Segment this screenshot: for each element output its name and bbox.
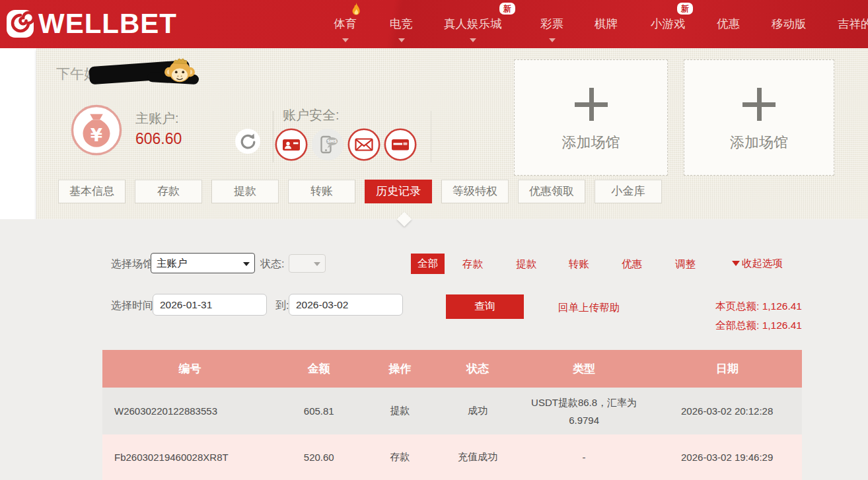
search-button[interactable]: 查询 bbox=[446, 294, 524, 319]
new-badge: 新 bbox=[677, 3, 693, 15]
receipt-upload-help-link[interactable]: 回单上传帮助 bbox=[558, 301, 620, 315]
date-to-input[interactable] bbox=[289, 294, 403, 316]
main-account-balance: 606.60 bbox=[135, 130, 182, 148]
nav-item-mini-games[interactable]: 小游戏 新 bbox=[651, 16, 686, 36]
plus-icon bbox=[575, 88, 608, 121]
type-filter-deposit[interactable]: 存款 bbox=[462, 257, 483, 271]
transactions-table: 编号 金额 操作 状态 类型 日期 W26030220122883553 605… bbox=[102, 350, 802, 480]
to-label: 到: bbox=[275, 299, 289, 313]
history-content: 选择场馆: 主账户 状态: 全部 存款 提款 转账 优惠 调整 收起选项 选择时… bbox=[0, 219, 868, 480]
cell-type: - bbox=[516, 434, 653, 480]
divider bbox=[273, 111, 273, 162]
add-venue-label: 添加场馆 bbox=[515, 133, 667, 153]
col-header-status: 状态 bbox=[439, 350, 515, 388]
status-label: 状态: bbox=[260, 257, 284, 271]
nav-item-mobile[interactable]: 移动版 bbox=[772, 16, 807, 36]
col-header-date: 日期 bbox=[652, 350, 802, 388]
all-total: 全部总额: 1,126.41 bbox=[715, 316, 802, 335]
plus-icon bbox=[742, 88, 776, 121]
status-select[interactable] bbox=[289, 254, 326, 273]
flame-icon bbox=[351, 2, 362, 17]
collapse-options-link[interactable]: 收起选项 bbox=[732, 257, 783, 271]
time-label: 选择时间: bbox=[111, 299, 156, 313]
page: WELLBET 体育 电竞 真人娱乐城 新 彩票 棋牌 小游戏 bbox=[0, 0, 868, 480]
logo-swirl-icon bbox=[5, 7, 37, 41]
type-filter-adjust[interactable]: 调整 bbox=[675, 257, 696, 271]
tab-history[interactable]: 历史记录 bbox=[365, 180, 432, 203]
col-header-amount: 金额 bbox=[277, 350, 361, 388]
money-bag-icon: ¥ bbox=[71, 104, 122, 156]
type-filter-all[interactable]: 全部 bbox=[411, 254, 445, 274]
main-account-label: 主账户: bbox=[135, 110, 179, 127]
type-filter-transfer[interactable]: 转账 bbox=[569, 257, 589, 271]
add-venue-label: 添加场馆 bbox=[684, 133, 834, 153]
monkey-avatar bbox=[164, 55, 196, 85]
caret-down-icon bbox=[470, 38, 476, 42]
tab-vip-privileges[interactable]: 等级特权 bbox=[441, 180, 509, 203]
mail-icon[interactable] bbox=[347, 128, 380, 161]
type-filter-withdraw[interactable]: 提款 bbox=[516, 257, 536, 271]
nav-item-promotions[interactable]: 优惠 bbox=[717, 16, 740, 36]
cell-status: 充值成功 bbox=[439, 434, 515, 480]
page-total: 本页总额: 1,126.41 bbox=[715, 296, 802, 316]
nav-item-jixiang[interactable]: 吉祥的 bbox=[838, 16, 868, 36]
caret-down-icon bbox=[342, 38, 349, 42]
tab-deposit[interactable]: 存款 bbox=[135, 180, 202, 203]
nav-item-live-casino[interactable]: 真人娱乐城 新 bbox=[444, 16, 502, 36]
cell-status: 成功 bbox=[439, 388, 515, 434]
cell-amount: 520.60 bbox=[277, 434, 361, 480]
venue-select[interactable]: 主账户 bbox=[151, 253, 255, 273]
cell-id: W26030220122883553 bbox=[102, 388, 277, 434]
logo-text: WELLBET bbox=[38, 7, 177, 41]
account-panel: 下午好, ¥ 主账户: 606.60 账户安全: bbox=[36, 48, 868, 219]
add-venue-button[interactable]: 添加场馆 bbox=[514, 59, 668, 176]
nav-item-esports[interactable]: 电竞 bbox=[390, 16, 413, 36]
type-filter-promo[interactable]: 优惠 bbox=[622, 257, 642, 271]
totals-summary: 本页总额: 1,126.41 全部总额: 1,126.41 bbox=[715, 296, 802, 335]
svg-text:SMS: SMS bbox=[327, 139, 337, 143]
venue-label: 选择场馆: bbox=[111, 257, 156, 271]
cell-operation: 存款 bbox=[361, 434, 440, 480]
cell-operation: 提款 bbox=[361, 388, 440, 434]
cell-date: 2026-03-02 20:12:28 bbox=[652, 388, 802, 434]
table-row: Fb26030219460028XR8T 520.60 存款 充值成功 - 20… bbox=[102, 434, 802, 480]
triangle-down-icon bbox=[732, 261, 740, 266]
col-header-id: 编号 bbox=[102, 350, 277, 388]
tab-vault[interactable]: 小金库 bbox=[595, 180, 662, 203]
account-security-label: 账户安全: bbox=[283, 106, 340, 124]
tab-withdraw[interactable]: 提款 bbox=[211, 180, 279, 203]
wellbet-logo[interactable]: WELLBET bbox=[5, 7, 177, 41]
refresh-icon[interactable] bbox=[235, 128, 261, 154]
nav-item-lottery[interactable]: 彩票 bbox=[540, 16, 563, 36]
date-from-input[interactable] bbox=[153, 294, 267, 316]
new-badge: 新 bbox=[499, 3, 515, 15]
caret-down-icon bbox=[549, 38, 556, 42]
bank-card-icon[interactable] bbox=[384, 128, 417, 161]
add-venue-button[interactable]: 添加场馆 bbox=[684, 59, 834, 176]
sms-icon[interactable]: SMS bbox=[311, 128, 344, 161]
divider bbox=[431, 111, 431, 162]
table-row: W26030220122883553 605.81 提款 成功 USDT提款86… bbox=[102, 388, 802, 434]
id-card-icon[interactable] bbox=[275, 128, 308, 161]
nav-item-board-games[interactable]: 棋牌 bbox=[595, 16, 618, 36]
tab-promo-claim[interactable]: 优惠领取 bbox=[518, 180, 585, 203]
cell-id: Fb26030219460028XR8T bbox=[102, 434, 277, 480]
col-header-type: 类型 bbox=[516, 350, 653, 388]
caret-down-icon bbox=[398, 38, 405, 42]
tab-basic-info[interactable]: 基本信息 bbox=[58, 180, 126, 203]
cell-amount: 605.81 bbox=[277, 388, 361, 434]
cell-date: 2026-03-02 19:46:29 bbox=[652, 434, 802, 480]
col-header-operation: 操作 bbox=[361, 350, 440, 388]
tab-transfer[interactable]: 转账 bbox=[288, 180, 355, 203]
nav-item-sports[interactable]: 体育 bbox=[334, 16, 357, 36]
cell-type: USDT提款86.8，汇率为6.9794 bbox=[516, 388, 653, 434]
top-navbar: WELLBET 体育 电竞 真人娱乐城 新 彩票 棋牌 小游戏 bbox=[0, 0, 868, 48]
svg-text:¥: ¥ bbox=[90, 125, 102, 145]
table-header-row: 编号 金额 操作 状态 类型 日期 bbox=[102, 350, 802, 388]
